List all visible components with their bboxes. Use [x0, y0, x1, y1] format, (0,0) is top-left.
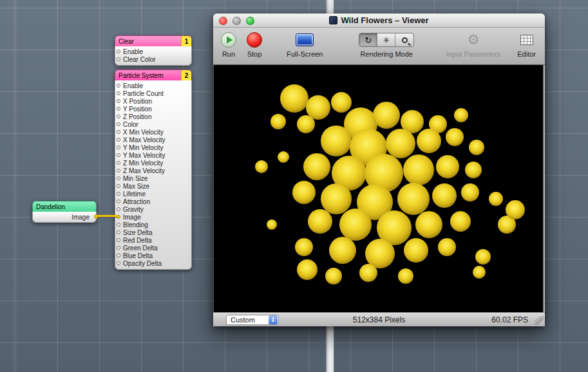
port-row-y-min-velocity[interactable]: Y Min Velocity — [115, 144, 191, 151]
port-row-max-size[interactable]: Max Size — [115, 182, 191, 190]
port-row-enable[interactable]: Enable — [115, 48, 191, 55]
viewer-statusbar: Custom ▲▼ 512x384 Pixels 60.02 FPS — [213, 312, 545, 326]
port-label: X Position — [123, 98, 152, 105]
port-label: Y Position — [123, 106, 152, 113]
resize-grip[interactable] — [535, 316, 544, 325]
port-row-y-max-velocity[interactable]: Y Max Velocity — [115, 151, 191, 159]
zoom-button[interactable] — [246, 17, 254, 25]
port-label: Min Size — [123, 175, 147, 182]
port-dot[interactable] — [117, 122, 120, 126]
port-label: Lifetime — [123, 191, 146, 198]
node-order-badge: 1 — [181, 36, 191, 46]
node-particle-system-ports: EnableParticle CountX PositionY Position… — [115, 80, 192, 270]
port-row-clear-color[interactable]: Clear Color — [115, 55, 191, 63]
node-particle-system[interactable]: Particle System 2 EnableParticle CountX … — [115, 70, 192, 270]
port-dot[interactable] — [117, 57, 120, 61]
title-group: Wild Flowers – Viewer — [329, 15, 428, 25]
port-row-particle-count[interactable]: Particle Count — [115, 89, 191, 97]
port-dot[interactable] — [117, 184, 120, 188]
port-row-blending[interactable]: Blending — [115, 221, 191, 228]
port-row-z-min-velocity[interactable]: Z Min Velocity — [115, 159, 191, 167]
node-clear[interactable]: Clear 1 EnableClear Color — [115, 35, 192, 66]
run-button[interactable]: Run — [221, 31, 236, 58]
port-dot[interactable] — [117, 99, 120, 103]
port-dot[interactable] — [117, 169, 120, 172]
port-dot[interactable] — [117, 207, 120, 211]
port-dot[interactable] — [117, 230, 120, 234]
port-row-enable[interactable]: Enable — [115, 82, 191, 89]
document-icon — [329, 16, 337, 24]
editor-button[interactable]: Editor — [517, 31, 536, 58]
port-dot[interactable] — [117, 192, 120, 196]
viewer-titlebar[interactable]: Wild Flowers – Viewer — [213, 14, 545, 28]
port-row-z-max-velocity[interactable]: Z Max Velocity — [115, 167, 191, 174]
port-dot[interactable] — [117, 246, 120, 250]
port-row-z-position[interactable]: Z Position — [115, 113, 191, 120]
port-dot[interactable] — [117, 254, 120, 257]
minimize-button[interactable] — [232, 17, 241, 25]
port-dot[interactable] — [117, 84, 120, 88]
dandelion-particle — [321, 183, 352, 214]
port-row-y-position[interactable]: Y Position — [115, 105, 191, 113]
port-label: Image — [123, 214, 141, 221]
trackball-icon[interactable]: ✳ — [377, 33, 395, 46]
port-row-blue-delta[interactable]: Blue Delta — [115, 252, 191, 259]
stop-button[interactable]: Stop — [247, 31, 262, 58]
dandelion-particle — [280, 84, 308, 113]
dandelion-particle — [339, 209, 372, 241]
dandelion-particle — [506, 200, 525, 219]
port-dot[interactable] — [117, 200, 120, 203]
node-clear-header[interactable]: Clear 1 — [115, 35, 192, 46]
dandelion-particle — [450, 211, 471, 232]
port-dot[interactable] — [117, 161, 120, 165]
port-row-image[interactable]: Image — [115, 213, 191, 221]
port-row-x-max-velocity[interactable]: X Max Velocity — [115, 136, 191, 144]
node-dandelion-header[interactable]: Dandelion — [32, 201, 97, 212]
refresh-icon[interactable]: ↻ — [359, 33, 377, 46]
port-row-red-delta[interactable]: Red Delta — [115, 236, 191, 244]
port-row-size-delta[interactable]: Size Delta — [115, 228, 191, 236]
port-dot[interactable] — [117, 107, 120, 111]
node-dandelion[interactable]: Dandelion Image — [32, 201, 97, 223]
input-parameters-label: Input Parameters — [446, 50, 500, 58]
port-dot[interactable] — [117, 153, 120, 157]
port-dot[interactable] — [117, 115, 120, 118]
port-row-gravity[interactable]: Gravity — [115, 205, 191, 213]
magnifier-icon[interactable] — [395, 33, 413, 46]
image-connection-cable[interactable] — [97, 215, 118, 217]
input-parameters-button[interactable]: ⚙ Input Parameters — [446, 31, 500, 58]
port-row-opacity-delta[interactable]: Opacity Delta — [115, 259, 191, 267]
dandelion-particle — [359, 264, 377, 282]
port-row-lifetime[interactable]: Lifetime — [115, 190, 191, 198]
port-dot[interactable] — [117, 238, 120, 242]
viewer-render-area[interactable] — [213, 65, 544, 312]
patch-editor-canvas[interactable]: Clear 1 EnableClear Color Particle Syste… — [0, 0, 588, 372]
port-dot[interactable] — [117, 138, 120, 142]
port-row-x-position[interactable]: X Position — [115, 97, 191, 105]
viewer-window[interactable]: Wild Flowers – Viewer Run Stop Full-Scre… — [213, 14, 545, 326]
port-row-color[interactable]: Color — [115, 120, 191, 128]
port-row-green-delta[interactable]: Green Delta — [115, 244, 191, 252]
node-particle-system-header[interactable]: Particle System 2 — [115, 70, 192, 80]
fullscreen-button[interactable]: Full-Screen — [287, 31, 323, 58]
dandelion-particle — [489, 192, 503, 206]
dandelion-particle — [386, 129, 415, 158]
close-button[interactable] — [219, 17, 227, 25]
traffic-lights — [219, 17, 254, 25]
port-dot[interactable] — [117, 223, 120, 227]
dandelion-particle — [404, 238, 428, 263]
port-row-min-size[interactable]: Min Size — [115, 174, 191, 182]
port-dot[interactable] — [117, 130, 120, 134]
dandelion-particle — [373, 102, 400, 129]
port-row-x-min-velocity[interactable]: X Min Velocity — [115, 128, 191, 136]
node-title: Particle System — [115, 70, 181, 80]
port-dot[interactable] — [117, 261, 120, 265]
port-label: X Min Velocity — [123, 129, 164, 136]
port-label: Y Min Velocity — [123, 144, 164, 151]
port-row-attraction[interactable]: Attraction — [115, 198, 191, 205]
port-dot[interactable] — [117, 50, 120, 53]
port-dot[interactable] — [117, 176, 120, 180]
port-dot[interactable] — [117, 91, 120, 95]
dandelion-particle — [292, 181, 316, 204]
port-dot[interactable] — [117, 145, 120, 149]
